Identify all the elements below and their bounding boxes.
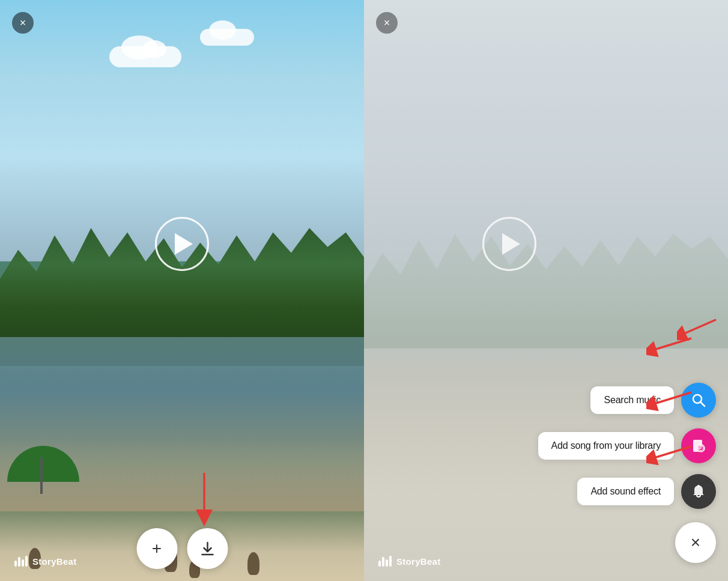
storybeat-label-right: StoryBeat (396, 556, 441, 567)
storybeat-label-left: StoryBeat (32, 556, 77, 567)
left-panel: × StoryBeat + (0, 0, 364, 581)
bell-icon (690, 483, 707, 500)
close-music-icon: × (691, 533, 700, 552)
umbrella (7, 446, 79, 494)
right-play-button (482, 217, 536, 271)
add-icon: + (152, 539, 162, 558)
download-icon (199, 540, 216, 557)
add-sound-row: Add sound effect (577, 474, 716, 509)
download-button[interactable] (187, 528, 228, 569)
storybeat-bars-icon (14, 556, 28, 567)
svg-line-14 (652, 446, 691, 458)
red-arrow-left (189, 473, 219, 527)
right-panel: × Search music (364, 0, 728, 581)
storybeat-logo-left: StoryBeat (14, 556, 77, 567)
close-icon: × (20, 17, 26, 28)
red-arrow-to-sound (646, 442, 694, 466)
storybeat-logo-right: StoryBeat (378, 556, 441, 567)
red-arrow-to-search (646, 333, 694, 357)
svg-line-5 (682, 320, 716, 335)
cloud-2 (200, 29, 254, 46)
right-close-button[interactable]: × (376, 12, 398, 34)
svg-point-11 (697, 485, 700, 487)
right-close-icon: × (384, 17, 390, 29)
svg-line-12 (652, 338, 691, 350)
storybeat-bars-right (378, 556, 392, 567)
play-button[interactable] (155, 217, 209, 271)
cloud-1 (109, 46, 181, 67)
add-sound-label[interactable]: Add sound effect (577, 478, 674, 505)
svg-line-13 (652, 392, 691, 404)
close-music-button[interactable]: × (675, 522, 716, 563)
red-arrow-to-library (646, 388, 694, 412)
add-button[interactable]: + (136, 528, 177, 569)
play-icon (175, 233, 193, 255)
right-play-icon (502, 233, 520, 255)
action-buttons: + (99, 528, 266, 569)
close-button[interactable]: × (12, 12, 34, 34)
add-sound-button[interactable] (681, 474, 716, 509)
svg-line-4 (701, 403, 705, 407)
